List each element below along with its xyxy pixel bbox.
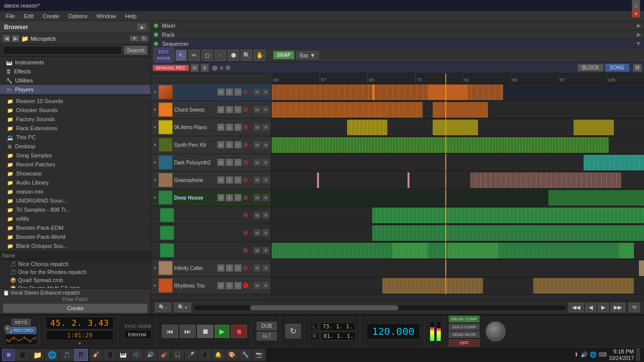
chord-sweep-fold[interactable]: ▼ — [153, 108, 157, 112]
nav-utilities[interactable]: 🔧 Utilities — [0, 76, 150, 85]
taskbar-icon-1[interactable]: 🖥 — [16, 349, 30, 361]
app-icon-7[interactable]: 🎧 — [171, 349, 184, 361]
eraser-tool[interactable]: ◻ — [202, 50, 213, 61]
s2-x[interactable]: ✕ — [262, 229, 269, 236]
block-btn[interactable]: BLOCK — [578, 64, 604, 71]
ic-s[interactable]: S — [226, 264, 233, 272]
close-btn[interactable]: ✕ — [632, 10, 640, 18]
track-1-m[interactable]: M — [217, 88, 224, 96]
dpy-vel[interactable]: ≈ — [234, 159, 242, 166]
keys-btn[interactable]: KEYS — [12, 319, 31, 326]
back-btn[interactable]: ◀ — [3, 35, 10, 42]
nav-players[interactable]: 🎮 Players — [0, 85, 150, 94]
seq-options-btn[interactable]: ⚙ — [225, 64, 231, 71]
taskbar-icon-5[interactable]: R — [74, 349, 88, 361]
zoom-in-btn[interactable]: 🔍+ — [174, 303, 191, 312]
hand-tool[interactable]: ✋ — [254, 50, 265, 61]
clips-grainophone[interactable] — [272, 171, 644, 189]
rewind-btn[interactable]: ⏮ — [162, 325, 178, 338]
app-icon-9[interactable]: 🎙 — [198, 349, 211, 361]
nav-refills[interactable]: 📁 refills — [0, 214, 150, 223]
dh-fold[interactable]: ▼ — [153, 196, 157, 200]
dh-s[interactable]: S — [226, 194, 233, 201]
spk-vel[interactable]: ≈ — [234, 141, 242, 148]
tray-icon-2[interactable]: 🔊 — [581, 351, 588, 358]
nav-prev-btn[interactable]: ◀◀ — [569, 303, 584, 312]
nav-rack-ext[interactable]: 📁 Rack Extensions — [0, 124, 150, 133]
app-icon-4[interactable]: 🎼 — [130, 349, 143, 361]
s2-m2[interactable]: M — [254, 229, 261, 236]
track-1-fold[interactable]: ▼ — [153, 90, 157, 95]
app-icon-8[interactable]: 🎤 — [185, 349, 198, 361]
dpy-rec[interactable] — [243, 160, 248, 165]
at-vel[interactable]: ≈ — [234, 124, 242, 131]
nav-back-btn[interactable]: ◀ — [585, 303, 596, 312]
dh-m[interactable]: M — [217, 194, 224, 201]
line-tool[interactable]: ⟋ — [215, 50, 226, 61]
sp-fold[interactable]: ▼ — [153, 143, 157, 147]
rtr-s[interactable]: S — [226, 282, 233, 289]
bar-select[interactable]: Bar ▼ — [296, 51, 319, 59]
cs-rec[interactable] — [243, 107, 248, 112]
clips-atmo-piano[interactable] — [272, 119, 644, 136]
nav-audio-lib[interactable]: 📁 Audio Library — [0, 178, 150, 187]
app-icon-1[interactable]: 🎸 — [90, 349, 103, 361]
maximize-btn[interactable]: □ — [632, 2, 640, 10]
clips-sub3[interactable] — [272, 242, 644, 259]
sync-mode-value[interactable]: Internal — [124, 330, 152, 339]
cs-vel[interactable]: ≈ — [234, 106, 242, 113]
start-btn[interactable]: ⊞ — [2, 349, 15, 361]
nav-fwd-btn[interactable]: ▶ — [598, 303, 609, 312]
dp-fold[interactable]: ▼ — [153, 160, 157, 165]
seq-add-btn[interactable]: ⊕ — [212, 64, 218, 72]
mode-btn-2[interactable]: SEND MUTE — [449, 331, 480, 338]
dpy-m[interactable]: M — [217, 159, 224, 166]
file-item[interactable]: 📦Quad Spread.cmb — [0, 276, 150, 284]
atmo-fold[interactable]: ▼ — [153, 125, 157, 130]
s3-m2[interactable]: M — [254, 247, 261, 254]
gra-m2[interactable]: M — [254, 176, 261, 184]
app-icon-12[interactable]: 🔧 — [239, 349, 252, 361]
path-options-btn[interactable]: ▼ — [130, 36, 138, 41]
file-item[interactable]: 🎵Nice Chorus.repatch — [0, 260, 150, 268]
rtr-rec-active[interactable] — [243, 283, 248, 288]
track-1-m2[interactable]: M — [254, 88, 261, 96]
gra-rec[interactable] — [243, 177, 248, 183]
taskbar-icon-2[interactable]: 📁 — [30, 349, 44, 361]
nav-recent[interactable]: 📁 Recent Patches — [0, 160, 150, 169]
s1-rec[interactable] — [243, 213, 248, 218]
rack-section[interactable]: Rack ▶ — [151, 30, 644, 39]
select-tool[interactable]: ↖ — [176, 50, 187, 61]
nav-next-btn[interactable]: ▶▶ — [610, 303, 625, 312]
app-icon-13[interactable]: 📷 — [253, 349, 266, 361]
nav-booster-world[interactable]: 📁 Booster-Pack-World — [0, 232, 150, 241]
loop-toggle-btn[interactable]: ↻ — [285, 324, 301, 338]
spk-m2[interactable]: M — [254, 141, 261, 148]
dh-rec[interactable] — [243, 195, 248, 200]
pencil-tool[interactable]: ✏ — [189, 50, 200, 61]
clips-deep-house[interactable] — [272, 189, 644, 207]
spk-x[interactable]: ✕ — [262, 141, 269, 148]
app-icon-3[interactable]: 🎹 — [117, 349, 130, 361]
nav-song-samples[interactable]: 📁 Song Samples — [0, 151, 150, 160]
clips-track-1[interactable] — [272, 83, 644, 101]
search-input[interactable] — [3, 46, 122, 55]
rtr-m[interactable]: M — [217, 282, 224, 289]
edit-mode-btn[interactable]: EDIT MODE — [154, 48, 174, 62]
browser-toggle-btn[interactable]: ▲ — [137, 24, 146, 30]
rtr-m2[interactable]: M — [254, 282, 261, 289]
ic-vel[interactable]: ≈ — [234, 264, 242, 272]
at-m2[interactable]: M — [254, 124, 261, 131]
gra-m[interactable]: M — [217, 176, 224, 184]
clips-dark-poly[interactable] — [272, 154, 644, 171]
nav-booster-edm[interactable]: 📁 Booster-Pack-EDM — [0, 223, 150, 232]
seq-h-scrollbar[interactable] — [194, 305, 566, 310]
clips-sub2[interactable] — [272, 224, 644, 242]
rtr-x[interactable]: ✕ — [262, 282, 269, 289]
dpy-x[interactable]: ✕ — [262, 159, 269, 166]
menu-file[interactable]: File — [2, 12, 19, 20]
nav-instruments[interactable]: 🎹 Instruments — [0, 58, 150, 67]
nav-undrgrnd[interactable]: 📁 UNDRGRND Soun... — [0, 196, 150, 205]
nav-desktop[interactable]: 🖥 Desktop — [0, 142, 150, 151]
s3-x[interactable]: ✕ — [262, 247, 269, 254]
